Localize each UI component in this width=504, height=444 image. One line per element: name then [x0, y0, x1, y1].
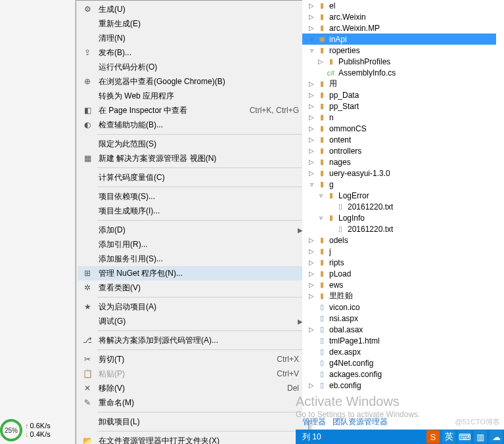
- menu-item[interactable]: 重新生成(E): [78, 16, 307, 31]
- tree-row[interactable]: ▿▮LogError: [302, 190, 496, 201]
- tree-row[interactable]: ▿▣inApi: [302, 33, 496, 45]
- menu-item[interactable]: ✎重命名(M): [78, 395, 307, 410]
- menu-item[interactable]: 添加引用(R)...: [78, 237, 307, 252]
- tree-row[interactable]: ▷▮ontrollers: [302, 145, 496, 156]
- menu-item[interactable]: 清理(N): [78, 31, 307, 45]
- tree-expand-icon[interactable]: ▷: [308, 125, 315, 133]
- menu-item[interactable]: ⎇将解决方案添加到源代码管理(A)...: [78, 333, 307, 347]
- tree-expand-icon[interactable]: ▿: [317, 214, 325, 222]
- tree-row[interactable]: ▷▮el: [302, 0, 496, 11]
- tree-row[interactable]: ▷▮pp_Start: [302, 100, 496, 112]
- tree-expand-icon[interactable]: ▷: [308, 158, 315, 166]
- menu-item[interactable]: ▦新建 解决方案资源管理器 视图(N): [78, 151, 307, 166]
- tree-expand-icon[interactable]: ▿: [308, 181, 315, 189]
- tree-row[interactable]: ▷▮ews: [302, 279, 496, 290]
- menu-item[interactable]: ✲查看类图(V): [78, 280, 307, 295]
- tree-expand-icon[interactable]: ▷: [308, 136, 315, 144]
- tree-row[interactable]: ▯g4Net.config: [302, 357, 496, 368]
- tree-expand-icon[interactable]: ▷: [308, 13, 315, 21]
- tree-expand-icon[interactable]: ▷: [308, 169, 315, 177]
- taskbar-icon[interactable]: ⌨: [458, 430, 471, 443]
- tree-row[interactable]: ▷▮arc.Weixin: [302, 11, 496, 22]
- tree-expand-icon[interactable]: ▷: [317, 58, 325, 66]
- tree-row[interactable]: ▯ackages.config: [302, 368, 496, 380]
- tree-expand-icon[interactable]: ▷: [308, 382, 315, 389]
- menu-item[interactable]: 添加服务引用(S)...: [78, 252, 307, 266]
- tree-expand-icon[interactable]: ▿: [317, 192, 325, 200]
- tree-expand-icon[interactable]: ▷: [308, 292, 315, 300]
- menu-item[interactable]: ◐检查辅助功能(B)...: [78, 118, 307, 132]
- solution-explorer[interactable]: ▷▮el▷▮arc.Weixin▷▮arc.Weixin.MP▿▣inApi▿▮…: [302, 0, 496, 420]
- menu-item[interactable]: 运行代码分析(O): [78, 60, 307, 74]
- tree-row[interactable]: ▷▮ontent: [302, 134, 496, 145]
- tree-row[interactable]: ▯dex.aspx: [302, 346, 496, 357]
- tree-row[interactable]: ▿▮LogInfo: [302, 212, 496, 223]
- tree-row[interactable]: ▯vicon.ico: [302, 301, 496, 313]
- tree-row[interactable]: ▯nsi.aspx: [302, 313, 496, 324]
- menu-item[interactable]: 项目生成顺序(I)...: [78, 204, 307, 218]
- tree-row[interactable]: ▷▮odels: [302, 234, 496, 246]
- tree-row[interactable]: ▷▮里貹贻: [302, 290, 496, 301]
- menu-item[interactable]: ✕移除(V)Del: [78, 381, 307, 395]
- tree-row[interactable]: ▷▯obal.asax: [302, 324, 496, 335]
- tree-expand-icon[interactable]: ▷: [308, 236, 315, 244]
- menu-item[interactable]: ⊕在浏览器中查看(Google Chrome)(B): [78, 74, 307, 89]
- tree-expand-icon[interactable]: ▷: [308, 270, 315, 278]
- tree-row[interactable]: ▷▮pLoad: [302, 268, 496, 279]
- tree-expand-icon[interactable]: ▷: [308, 326, 315, 334]
- tree-expand-icon[interactable]: ▷: [308, 102, 315, 110]
- menu-item[interactable]: ★设为启动项目(A): [78, 300, 307, 314]
- tree-expand-icon[interactable]: ▷: [308, 259, 315, 267]
- tree-row[interactable]: c#AssemblyInfo.cs: [302, 67, 496, 78]
- menu-item[interactable]: ✂剪切(T)Ctrl+X: [78, 352, 307, 366]
- tree-row[interactable]: ▷▮ripts: [302, 257, 496, 268]
- tab-team-explorer[interactable]: 团队资源管理器: [332, 416, 388, 430]
- tree-row[interactable]: ▷▮ommonCS: [302, 123, 496, 134]
- menu-item[interactable]: 卸载项目(L): [78, 414, 307, 429]
- solution-explorer-tabs[interactable]: 管理器 团队资源管理器: [302, 416, 388, 430]
- tree-row[interactable]: ▷▮uery-easyui-1.3.0: [302, 167, 496, 179]
- tree-expand-icon[interactable]: ▷: [308, 114, 315, 122]
- tree-row[interactable]: ▷▮用: [302, 78, 496, 89]
- network-widget[interactable]: 25% 0.6K/s 0.4K/s: [0, 419, 51, 441]
- tree-row[interactable]: ▷▮pp_Data: [302, 89, 496, 100]
- menu-item[interactable]: 限定为此范围(S): [78, 137, 307, 151]
- menu-item[interactable]: ⇪发布(B)...: [78, 45, 307, 60]
- menu-item[interactable]: ⚙生成(U): [78, 2, 307, 16]
- tree-expand-icon[interactable]: ▷: [308, 80, 315, 88]
- tree-expand-icon[interactable]: ▷: [308, 248, 315, 255]
- tab-manager[interactable]: 管理器: [302, 416, 326, 430]
- tree-row[interactable]: ▷▯eb.config: [302, 380, 496, 391]
- tree-row[interactable]: ▿▮roperties: [302, 45, 496, 56]
- tree-row[interactable]: ▯20161220.txt: [302, 201, 496, 212]
- taskbar-icon[interactable]: 英: [442, 430, 455, 443]
- taskbar-icon[interactable]: S: [426, 430, 440, 443]
- taskbar-tray[interactable]: S英⌨▥☁: [426, 430, 503, 444]
- tree-row[interactable]: ▷▮j: [302, 246, 496, 257]
- tree-expand-icon[interactable]: ▷: [308, 147, 315, 155]
- tree-row[interactable]: ▯tmlPage1.html: [302, 335, 496, 346]
- tree-row[interactable]: ▷▮nages: [302, 156, 496, 167]
- tree-row[interactable]: ▯20161220.txt: [302, 223, 496, 234]
- tree-row[interactable]: ▷▮n: [302, 112, 496, 123]
- menu-item[interactable]: 📂在文件资源管理器中打开文件夹(X): [78, 433, 307, 444]
- menu-item[interactable]: 项目依赖项(S)...: [78, 189, 307, 204]
- tree-expand-icon[interactable]: ▿: [308, 35, 315, 43]
- tree-expand-icon[interactable]: ▷: [308, 24, 315, 32]
- tree-expand-icon[interactable]: ▷: [308, 2, 315, 10]
- tree-expand-icon[interactable]: ▷: [308, 281, 315, 289]
- menu-item[interactable]: 转换为 Web 应用程序: [78, 89, 307, 103]
- tree-row[interactable]: ▿▮g: [302, 179, 496, 190]
- tree-expand-icon[interactable]: ▿: [308, 47, 315, 55]
- menu-item[interactable]: 调试(G)▶: [78, 314, 307, 328]
- taskbar-icon[interactable]: ▥: [474, 430, 487, 443]
- menu-item[interactable]: 添加(D)▶: [78, 223, 307, 237]
- menu-item[interactable]: ⊞管理 NuGet 程序包(N)...: [78, 266, 307, 280]
- menu-item[interactable]: ◧在 Page Inspector 中查看Ctrl+K, Ctrl+G: [78, 103, 307, 118]
- tree-expand-icon[interactable]: ▷: [308, 91, 315, 99]
- context-menu[interactable]: ⚙生成(U)重新生成(E)清理(N)⇪发布(B)...运行代码分析(O)⊕在浏览…: [76, 0, 309, 444]
- tree-row[interactable]: ▷▮arc.Weixin.MP: [302, 22, 496, 33]
- menu-item[interactable]: 计算代码度量值(C): [78, 170, 307, 185]
- tree-row[interactable]: ▷▮PublishProfiles: [302, 56, 496, 67]
- taskbar-icon[interactable]: ☁: [490, 430, 503, 443]
